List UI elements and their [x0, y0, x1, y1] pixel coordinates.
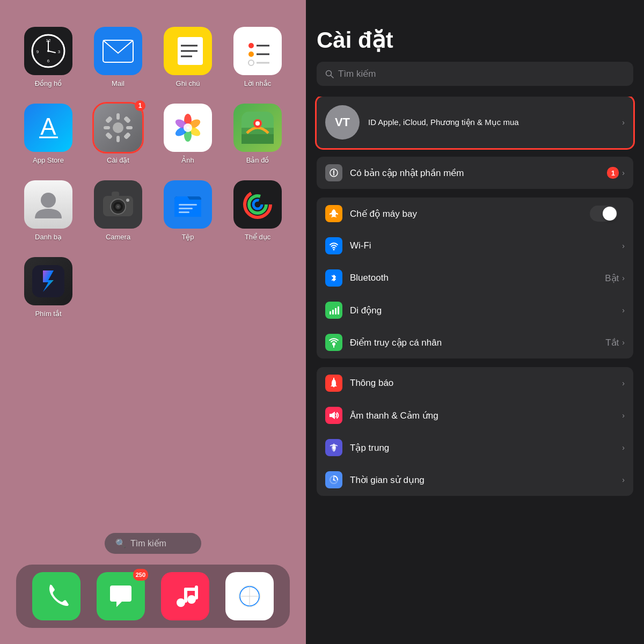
- software-update-chevron: ›: [622, 169, 625, 177]
- app-files-label: Tệp: [181, 233, 194, 241]
- app-fitness-label: Thể dục: [245, 233, 271, 241]
- airplane-icon: [325, 205, 342, 222]
- app-files[interactable]: Tệp: [156, 180, 220, 241]
- hotspot-label: Điểm truy cập cá nhân: [350, 337, 605, 348]
- app-photos-label: Ảnh: [181, 156, 194, 164]
- app-grid: 12 6 9 3 Đồng hồ: [16, 21, 290, 533]
- app-notes-label: Ghi chú: [176, 79, 200, 87]
- app-settings[interactable]: 1 Cài đặt: [86, 104, 150, 164]
- app-contacts[interactable]: Danh bạ: [16, 180, 80, 241]
- app-maps[interactable]: Bản đồ: [225, 104, 290, 164]
- settings-row-airplane[interactable]: Chế độ máy bay ›: [317, 197, 633, 230]
- svg-point-52: [126, 199, 129, 202]
- svg-text:9: 9: [36, 49, 39, 54]
- dock-music[interactable]: [161, 572, 209, 620]
- notifications-icon: [325, 375, 342, 392]
- airplane-label: Chế độ máy bay: [350, 208, 590, 219]
- svg-text:A: A: [40, 113, 56, 140]
- settings-row-sounds[interactable]: Âm thanh & Cảm ứng ›: [317, 399, 633, 431]
- svg-rect-28: [105, 116, 113, 123]
- sounds-chevron: ›: [622, 411, 625, 420]
- svg-rect-56: [179, 211, 189, 213]
- app-notes[interactable]: Ghi chú: [156, 27, 220, 87]
- cellular-label: Di động: [350, 305, 622, 316]
- app-mail-label: Mail: [112, 79, 125, 87]
- app-mail[interactable]: Mail: [86, 27, 150, 87]
- focus-label: Tập trung: [350, 442, 622, 453]
- software-update-label: Có bản cập nhật phần mềm: [350, 167, 607, 179]
- svg-point-59: [253, 200, 262, 209]
- dock-phone[interactable]: [32, 572, 80, 620]
- svg-rect-31: [123, 132, 131, 140]
- app-reminders-label: Lời nhắc: [244, 79, 272, 87]
- bluetooth-label: Bluetooth: [350, 273, 605, 283]
- svg-point-61: [177, 598, 185, 607]
- settings-badge: 1: [135, 100, 145, 111]
- hotspot-chevron: ›: [622, 338, 625, 347]
- wifi-chevron: ›: [622, 241, 625, 250]
- app-clock[interactable]: 12 6 9 3 Đồng hồ: [16, 27, 80, 87]
- home-search-label: Tìm kiếm: [130, 538, 166, 548]
- settings-row-wifi[interactable]: Wi-Fi ›: [317, 230, 633, 262]
- cellular-icon: [325, 302, 342, 319]
- airplane-toggle[interactable]: [590, 206, 618, 222]
- settings-row-cellular[interactable]: Di động ›: [317, 294, 633, 326]
- settings-title: Cài đặt: [306, 27, 644, 62]
- svg-point-23: [113, 122, 123, 133]
- settings-row-screentime[interactable]: Thời gian sử dụng ›: [317, 464, 633, 496]
- svg-rect-64: [195, 586, 198, 599]
- settings-section-update: Có bản cập nhật phần mềm 1 ›: [317, 157, 633, 189]
- settings-search-bar[interactable]: Tìm kiếm: [317, 62, 633, 86]
- bluetooth-icon: [325, 269, 342, 287]
- apple-id-row[interactable]: VT ID Apple, iCloud, Phương tiện & Mục m…: [317, 97, 633, 148]
- app-fitness[interactable]: Thể dục: [225, 180, 290, 241]
- svg-text:3: 3: [58, 49, 61, 54]
- dock-messages[interactable]: 250: [97, 572, 145, 620]
- app-photos[interactable]: Ảnh: [156, 104, 220, 164]
- svg-rect-79: [338, 306, 339, 314]
- svg-marker-83: [330, 412, 335, 419]
- avatar: VT: [325, 105, 360, 140]
- svg-point-58: [249, 196, 266, 213]
- settings-panel: Cài đặt Tìm kiếm VT ID Apple, iCloud, Ph…: [306, 0, 644, 644]
- sounds-icon: [325, 407, 342, 424]
- svg-rect-78: [335, 308, 336, 314]
- home-search-pill[interactable]: 🔍 Tìm kiếm: [105, 533, 201, 554]
- wifi-label: Wi-Fi: [350, 240, 622, 251]
- svg-text:6: 6: [47, 58, 50, 63]
- app-shortcuts-label: Phím tắt: [35, 310, 61, 318]
- app-appstore[interactable]: A App Store: [16, 104, 80, 164]
- svg-point-15: [248, 43, 254, 48]
- dock: 250: [16, 565, 290, 628]
- settings-row-bluetooth[interactable]: Bluetooth Bật ›: [317, 262, 633, 294]
- settings-row-hotspot[interactable]: Điểm truy cập cá nhân Tắt ›: [317, 326, 633, 358]
- settings-row-focus[interactable]: Tập trung ›: [317, 431, 633, 464]
- focus-icon: [325, 439, 342, 456]
- svg-rect-65: [184, 588, 198, 591]
- app-shortcuts[interactable]: Phím tắt: [16, 257, 80, 318]
- app-reminders[interactable]: Lời nhắc: [225, 27, 290, 87]
- wifi-icon: [325, 237, 342, 254]
- bluetooth-value: Bật: [605, 273, 619, 284]
- svg-point-75: [333, 249, 335, 251]
- app-appstore-label: App Store: [33, 156, 64, 164]
- svg-point-84: [333, 447, 335, 449]
- svg-line-73: [331, 75, 334, 78]
- dock-safari[interactable]: [225, 572, 274, 620]
- bluetooth-chevron: ›: [622, 274, 625, 282]
- hotspot-icon: [325, 334, 342, 351]
- svg-point-16: [248, 52, 254, 57]
- svg-rect-42: [241, 134, 274, 144]
- svg-point-45: [41, 193, 56, 208]
- settings-section-system: Thông báo › Âm thanh & Cảm ứng ›: [317, 367, 633, 496]
- hotspot-value: Tắt: [605, 337, 619, 348]
- svg-rect-24: [116, 113, 120, 120]
- svg-rect-51: [112, 192, 119, 197]
- app-contacts-label: Danh bạ: [35, 233, 62, 241]
- svg-rect-54: [179, 204, 197, 206]
- settings-row-software-update[interactable]: Có bản cập nhật phần mềm 1 ›: [317, 157, 633, 189]
- settings-row-notifications[interactable]: Thông báo ›: [317, 367, 633, 399]
- search-icon: 🔍: [115, 538, 126, 548]
- app-camera[interactable]: Camera: [86, 180, 150, 241]
- screentime-label: Thời gian sử dụng: [350, 474, 622, 486]
